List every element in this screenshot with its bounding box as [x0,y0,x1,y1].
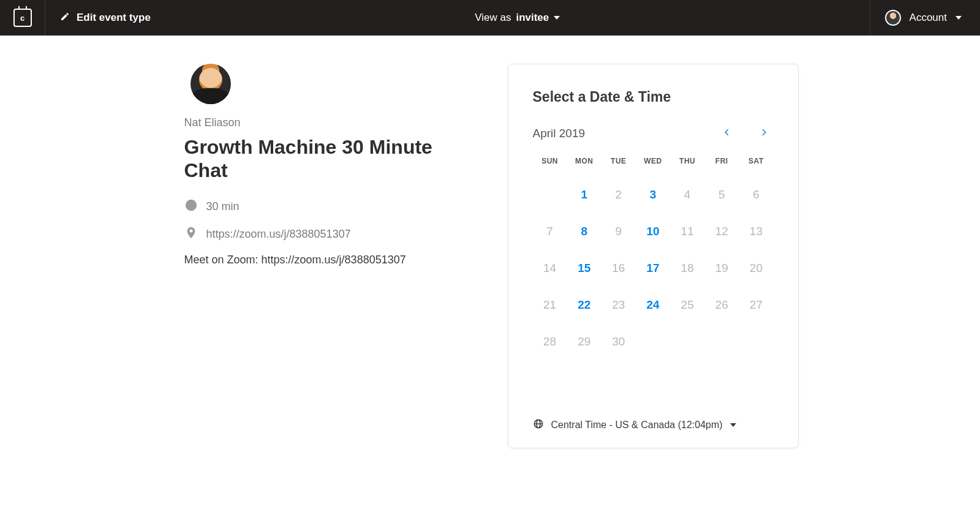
account-menu[interactable]: Account [870,0,980,36]
view-as-prefix: View as [475,12,511,24]
calendar-logo-icon: c [13,9,32,27]
calendar-day-unavailable: 18 [670,250,704,287]
calendar-day-unavailable: 26 [704,287,739,323]
calendar-day-unavailable: 20 [739,250,773,287]
next-month-button[interactable] [756,126,771,141]
calendar-day-available[interactable]: 15 [567,250,601,287]
weekday-header: FRI [704,157,739,176]
calendar-empty-cell [739,323,773,360]
calendar-day-unavailable: 11 [670,213,704,250]
calendar-day-available[interactable]: 17 [636,250,670,287]
calendar-day-unavailable: 4 [670,176,704,213]
event-location: https://zoom.us/j/8388051307 [184,226,476,243]
calendar-day-unavailable: 28 [533,323,567,360]
host-name: Nat Eliason [184,116,476,129]
date-time-picker: Select a Date & Time April 2019 [508,64,799,448]
calendar-day-available[interactable]: 24 [636,287,670,323]
event-duration-label: 30 min [206,200,239,213]
topbar: c Edit event type View as invitee Accoun… [0,0,980,36]
calendar-day-unavailable: 5 [704,176,739,213]
calendar-day-unavailable: 6 [739,176,773,213]
weekday-header: THU [670,157,704,176]
calendar-day-unavailable: 27 [739,287,773,323]
calendar-day-unavailable: 7 [533,213,567,250]
event-title: Growth Machine 30 Minute Chat [184,135,476,183]
weekday-header: WED [636,157,670,176]
calendar-empty-cell [636,323,670,360]
calendar-grid: SUNMONTUEWEDTHUFRISAT 123456789101112131… [533,157,774,360]
calendar-day-available[interactable]: 22 [567,287,601,323]
calendar-empty-cell [704,323,739,360]
calendar-day-unavailable: 16 [601,250,636,287]
calendar-day-available[interactable]: 3 [636,176,670,213]
calendar-day-unavailable: 25 [670,287,704,323]
month-label: April 2019 [533,127,586,140]
event-location-label: https://zoom.us/j/8388051307 [206,228,351,241]
chevron-left-icon [723,128,731,139]
view-as-role: invitee [516,12,549,24]
edit-event-type-button[interactable]: Edit event type [45,0,165,36]
view-as-dropdown[interactable]: View as invitee [165,0,870,36]
calendar-day-available[interactable]: 10 [636,213,670,250]
chevron-right-icon [760,128,768,139]
timezone-label: Central Time - US & Canada (12:04pm) [551,420,723,431]
edit-event-type-label: Edit event type [77,12,151,24]
calendar-day-unavailable: 29 [567,323,601,360]
weekday-header: SUN [533,157,567,176]
pencil-icon [60,12,70,24]
app-logo[interactable]: c [0,0,45,36]
account-label: Account [910,12,947,24]
calendar-day-unavailable: 9 [601,213,636,250]
picker-heading: Select a Date & Time [533,89,774,105]
calendar-empty-cell [670,323,704,360]
weekday-header: SAT [739,157,773,176]
globe-icon [533,418,544,432]
calendar-day-unavailable: 12 [704,213,739,250]
calendar-day-unavailable: 13 [739,213,773,250]
calendar-day-available[interactable]: 8 [567,213,601,250]
month-navigation: April 2019 [533,126,774,141]
calendar-day-unavailable: 19 [704,250,739,287]
location-pin-icon [184,226,198,243]
clock-icon [184,198,198,215]
chevron-down-icon [730,423,736,427]
event-details: Nat Eliason Growth Machine 30 Minute Cha… [182,64,476,448]
calendar-day-unavailable: 14 [533,250,567,287]
calendar-day-unavailable: 2 [601,176,636,213]
prev-month-button[interactable] [720,126,734,141]
calendar-day-unavailable: 21 [533,287,567,323]
weekday-header: MON [567,157,601,176]
calendar-day-unavailable: 30 [601,323,636,360]
chevron-down-icon [554,16,560,20]
calendar-day-unavailable: 23 [601,287,636,323]
chevron-down-icon [956,16,962,20]
user-avatar-icon [885,10,901,26]
booking-page: Nat Eliason Growth Machine 30 Minute Cha… [0,36,980,448]
event-description: Meet on Zoom: https://zoom.us/j/83880513… [184,254,476,266]
event-duration: 30 min [184,198,476,215]
calendar-empty-cell [533,176,567,213]
calendar-day-available[interactable]: 1 [567,176,601,213]
timezone-selector[interactable]: Central Time - US & Canada (12:04pm) [533,418,774,432]
host-avatar [190,64,231,104]
weekday-header: TUE [601,157,636,176]
